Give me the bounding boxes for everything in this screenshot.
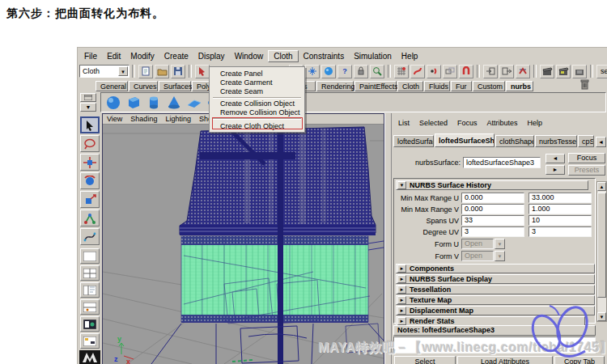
menu-constraints[interactable]: Constraints (299, 51, 350, 61)
ae-tab-nurbstessellate4[interactable]: nurbsTessellate4 (535, 135, 577, 147)
chevron-down-icon[interactable]: ▾ (495, 251, 505, 261)
nurbs-cube-icon[interactable] (124, 94, 142, 111)
shelf-tab-fluids[interactable]: Fluids (424, 81, 450, 91)
expand-arrow-icon[interactable]: ► (397, 317, 406, 325)
menu-item-create-seam[interactable]: Create Seam (210, 87, 304, 96)
construction-history-icon[interactable] (516, 65, 530, 78)
expand-arrow-icon[interactable]: ► (397, 296, 406, 304)
shelf-tab-rendering[interactable]: Rendering (316, 81, 354, 91)
shelf-tab-curves[interactable]: Curves (129, 81, 158, 91)
nurbs-cone-icon[interactable] (164, 94, 183, 111)
snap-curve-icon[interactable] (410, 65, 425, 78)
help-icon[interactable]: ? (337, 65, 352, 78)
ipr-render-icon[interactable] (556, 65, 571, 78)
render-globals-icon[interactable] (572, 65, 587, 78)
menuset-selector[interactable]: Cloth ▾ (79, 65, 129, 78)
shelf-expand-button[interactable]: ▼ (80, 103, 96, 112)
menu-edit[interactable]: Edit (102, 51, 125, 61)
menu-item-create-panel[interactable]: Create Panel (210, 70, 304, 78)
nurbs-cylinder-icon[interactable] (144, 94, 163, 111)
ae-tab-loftedsurfaceshape3[interactable]: loftedSurfaceShape3 (435, 133, 495, 147)
curve-edit-tool[interactable] (80, 228, 100, 245)
layout-outliner-persp-button[interactable] (80, 316, 100, 332)
value-field[interactable]: 3 (528, 226, 592, 237)
render-frame-icon[interactable] (540, 65, 554, 78)
shelf-tab-cloth[interactable]: Cloth (397, 81, 423, 91)
menu-cloth[interactable]: Cloth (268, 50, 298, 62)
value-field[interactable]: 0.000 (461, 193, 524, 203)
zoom-select-icon[interactable] (370, 65, 384, 78)
shelf-tab-surfaces[interactable]: Surfaces (159, 81, 191, 91)
show-previous-icon[interactable]: ◄ (545, 154, 565, 163)
shelf-menu-button[interactable] (80, 93, 96, 102)
expand-arrow-icon[interactable]: ► (397, 286, 406, 294)
expand-arrow-icon[interactable]: ► (397, 265, 406, 273)
snap-grid-icon[interactable] (394, 65, 409, 78)
menu-modify[interactable]: Modify (125, 51, 159, 61)
menu-display[interactable]: Display (193, 51, 230, 61)
expand-arrow-icon[interactable]: ► (397, 307, 406, 315)
ae-tab-loftedsurface3[interactable]: loftedSurface3 (393, 135, 434, 147)
select-button[interactable]: Select (394, 356, 456, 364)
presets-button[interactable]: Presets (568, 165, 605, 176)
form-v-dropdown[interactable]: Open (461, 251, 494, 261)
tab-scroll-left-icon[interactable]: ◄ (596, 137, 606, 147)
layout-four-pane-button[interactable] (80, 265, 100, 281)
value-field[interactable]: 3 (461, 226, 524, 237)
section-nurbs-surface-history[interactable]: ▼ NURBS Surface History (396, 180, 588, 190)
ae-menu-focus[interactable]: Focus (452, 119, 482, 127)
scroll-up-icon[interactable]: ▲ (597, 182, 606, 191)
sphere-manip-icon[interactable] (321, 65, 336, 78)
chevron-down-icon[interactable]: ▾ (118, 66, 128, 76)
output-connection-icon[interactable] (499, 65, 514, 78)
shelf-tab-custom[interactable]: Custom (473, 81, 505, 91)
show-next-icon[interactable]: ► (545, 165, 565, 175)
select-hierarchy-icon[interactable] (195, 65, 210, 78)
snap-surface-icon[interactable] (443, 65, 457, 78)
lock-icon[interactable] (354, 65, 368, 78)
shelf-tab-painteffects[interactable]: PaintEffects (354, 81, 397, 91)
form-u-dropdown[interactable]: Open (461, 239, 494, 249)
collapse-arrow-icon[interactable]: ▼ (397, 181, 406, 189)
value-field[interactable]: 1.000 (528, 204, 592, 214)
universal-manip-tool[interactable] (80, 210, 100, 226)
section-components[interactable]: ►Components (396, 264, 595, 273)
vp-menu-lighting[interactable]: Lighting (161, 115, 195, 123)
focus-button[interactable]: Focus (568, 153, 605, 163)
vp-menu-shading[interactable]: Shading (126, 115, 161, 123)
ae-tab-clothshape3[interactable]: clothShape3 (495, 135, 534, 147)
ae-menu-list[interactable]: List (393, 119, 414, 127)
nurbs-sphere-icon[interactable] (104, 94, 122, 111)
layout-two-pane-side-button[interactable] (80, 282, 100, 298)
value-field[interactable]: 0.000 (461, 204, 524, 214)
section-nurbs-surface-display[interactable]: ►NURBS Surface Display (396, 274, 595, 284)
vp-menu-view[interactable]: View (103, 115, 126, 123)
perspective-viewport[interactable]: View Shading Lighting Show Panels (102, 113, 384, 364)
shelf-tab-general[interactable]: General (96, 81, 128, 91)
shelf-tab-nurbs[interactable]: nurbs (506, 81, 533, 91)
menu-item-create-collision-object[interactable]: Create Collision Object (210, 99, 304, 108)
value-field[interactable]: 10 (528, 215, 592, 226)
input-connection-icon[interactable] (483, 65, 498, 78)
snap-magnet-icon[interactable] (459, 65, 473, 78)
ae-scrollbar[interactable]: ▲ ▼ (596, 181, 607, 322)
ae-menu-help[interactable]: Help (523, 119, 548, 127)
ae-menu-attributes[interactable]: Attributes (482, 119, 523, 127)
nurbssurface-field[interactable] (463, 157, 541, 168)
layout-two-pane-stacked-button[interactable] (80, 299, 100, 315)
menu-window[interactable]: Window (230, 51, 269, 61)
menu-item-remove-collision-object[interactable]: Remove Collision Object (210, 108, 304, 117)
value-field[interactable]: 33.000 (528, 193, 592, 203)
section-tessellation[interactable]: ►Tessellation (396, 285, 595, 294)
ae-menu-selected[interactable]: Selected (414, 119, 452, 127)
menu-help[interactable]: Help (397, 51, 423, 61)
paint-select-icon[interactable] (305, 65, 320, 78)
save-scene-icon[interactable] (171, 65, 185, 78)
nurbs-plane-icon[interactable] (185, 94, 203, 111)
open-scene-icon[interactable] (155, 65, 169, 78)
new-scene-icon[interactable] (138, 65, 153, 78)
menu-file[interactable]: File (79, 51, 102, 61)
ae-tab-cps[interactable]: cpS (578, 135, 594, 147)
panel-splitter[interactable] (384, 113, 392, 364)
chevron-down-icon[interactable]: ▾ (495, 239, 505, 249)
